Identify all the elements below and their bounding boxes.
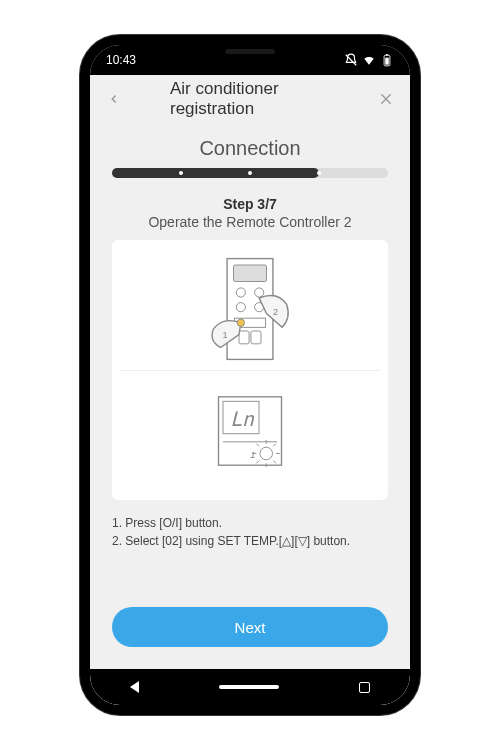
- app-header: Air conditioner registration: [90, 75, 410, 123]
- phone-speaker: [225, 49, 275, 54]
- svg-text:1: 1: [250, 449, 256, 460]
- next-button-label: Next: [235, 619, 266, 636]
- instruction-line-1: 1. Press [O/I] button.: [112, 514, 388, 532]
- svg-rect-2: [386, 54, 388, 55]
- svg-line-28: [273, 444, 276, 447]
- step-number: Step 3/7: [112, 196, 388, 212]
- svg-rect-6: [234, 265, 267, 282]
- status-time: 10:43: [106, 53, 136, 67]
- phone-frame: 10:43 Air conditioner registration Conne…: [80, 35, 420, 715]
- svg-text:Ln: Ln: [230, 408, 255, 431]
- svg-point-7: [236, 288, 245, 297]
- back-icon[interactable]: [104, 89, 124, 109]
- section-title: Connection: [112, 137, 388, 160]
- status-icons: [344, 53, 394, 67]
- remote-illustration: 2 1: [120, 248, 380, 371]
- svg-text:2: 2: [273, 306, 278, 316]
- close-icon[interactable]: [376, 89, 396, 109]
- progress-bar: [112, 168, 388, 178]
- svg-line-27: [256, 444, 259, 447]
- svg-point-9: [236, 302, 245, 311]
- svg-rect-1: [385, 58, 389, 65]
- svg-point-8: [255, 288, 264, 297]
- svg-text:1: 1: [223, 330, 228, 340]
- nav-recent-icon[interactable]: [359, 682, 370, 693]
- mute-icon: [344, 53, 358, 67]
- svg-line-30: [273, 461, 276, 464]
- wifi-icon: [362, 53, 376, 67]
- instruction-line-2: 2. Select [02] using SET TEMP.[△][▽] but…: [112, 532, 388, 550]
- page-title: Air conditioner registration: [170, 79, 330, 119]
- display-illustration: Ln 1: [120, 371, 380, 493]
- svg-rect-13: [251, 331, 261, 344]
- phone-screen: 10:43 Air conditioner registration Conne…: [90, 45, 410, 705]
- progress-fill: [112, 168, 319, 178]
- progress-dot: [248, 171, 252, 175]
- illustration-card: 2 1 Ln 1: [112, 240, 388, 500]
- nav-home-icon[interactable]: [219, 685, 279, 689]
- svg-line-29: [256, 461, 259, 464]
- battery-icon: [380, 53, 394, 67]
- next-button[interactable]: Next: [112, 607, 388, 647]
- progress-dot: [179, 171, 183, 175]
- nav-back-icon[interactable]: [130, 681, 139, 693]
- progress-dot: [317, 171, 321, 175]
- step-subtitle: Operate the Remote Controller 2: [112, 214, 388, 230]
- android-nav-bar: [90, 669, 410, 705]
- content-area: Connection Step 3/7 Operate the Remote C…: [90, 123, 410, 550]
- svg-point-15: [237, 319, 244, 326]
- svg-rect-12: [239, 331, 249, 344]
- svg-point-22: [260, 447, 273, 460]
- instructions-text: 1. Press [O/I] button. 2. Select [02] us…: [112, 514, 388, 550]
